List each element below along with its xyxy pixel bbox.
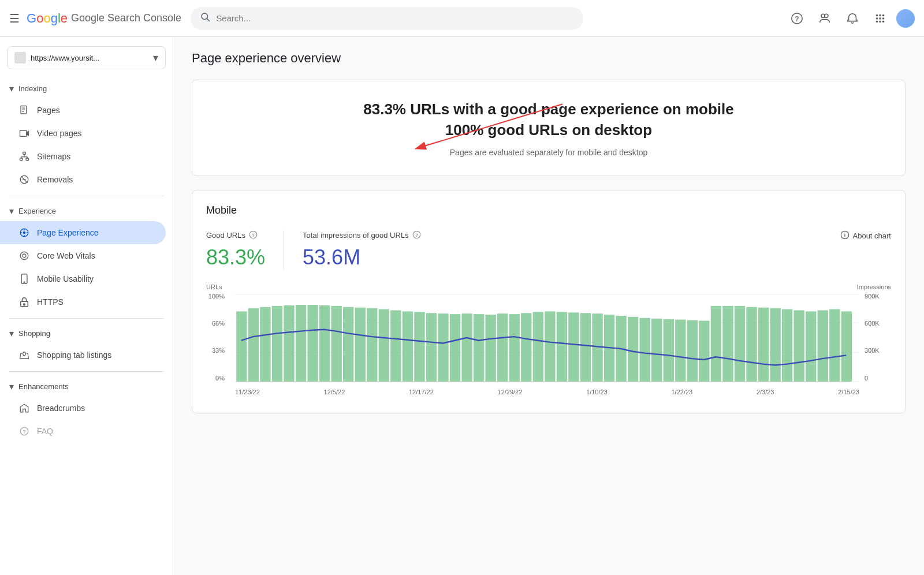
svg-rect-81 [533, 312, 543, 382]
indexing-chevron-icon: ▾ [9, 83, 14, 94]
sidebar-item-pages[interactable]: Pages [0, 99, 166, 122]
chart-section-title: Mobile [206, 204, 891, 216]
y-label-left-0: 100% [206, 293, 225, 300]
sidebar-section-experience[interactable]: ▾ Experience [0, 201, 173, 221]
svg-point-9 [876, 17, 878, 20]
svg-rect-102 [782, 309, 792, 381]
avatar[interactable] [896, 9, 915, 28]
svg-rect-98 [735, 306, 745, 382]
svg-text:?: ? [795, 14, 799, 23]
notifications-button[interactable] [841, 7, 864, 30]
page-experience-label: Page Experience [37, 228, 99, 237]
url-selector[interactable]: https://www.yoursit... ▾ [7, 46, 166, 69]
search-input[interactable] [216, 13, 574, 23]
search-appearance-button[interactable] [813, 7, 836, 30]
svg-rect-97 [722, 306, 733, 382]
svg-text:?: ? [415, 232, 418, 237]
svg-point-14 [882, 20, 885, 23]
svg-rect-75 [461, 313, 472, 382]
svg-rect-57 [248, 308, 259, 381]
x-label-5: 1/22/23 [671, 389, 692, 395]
svg-rect-80 [521, 313, 531, 382]
sidebar-item-breadcrumbs[interactable]: Breadcrumbs [0, 397, 166, 420]
svg-rect-22 [20, 158, 23, 160]
sidebar-item-shopping-tab[interactable]: Shopping tab listings [0, 343, 166, 367]
chart-svg-container [235, 294, 859, 382]
total-impressions-help-icon[interactable]: ? [412, 230, 421, 241]
svg-rect-72 [426, 313, 437, 382]
sidebar-section-shopping[interactable]: ▾ Shopping [0, 323, 173, 343]
svg-rect-71 [414, 312, 424, 382]
svg-rect-60 [284, 305, 294, 382]
svg-rect-66 [355, 308, 366, 382]
sidebar-item-removals[interactable]: Removals [0, 168, 166, 191]
main-content: Page experience overview 83.3% URLs with… [173, 37, 924, 575]
sidebar-section-indexing[interactable]: ▾ Indexing [0, 79, 173, 99]
pages-label: Pages [37, 106, 60, 115]
sidebar-item-page-experience[interactable]: Page Experience [0, 221, 166, 244]
svg-rect-64 [331, 306, 341, 382]
site-favicon [14, 52, 26, 64]
app-name: Google Search Console [71, 12, 181, 24]
url-chevron-icon: ▾ [153, 51, 158, 64]
svg-line-1 [207, 18, 210, 21]
divider-2 [9, 318, 163, 319]
divider-1 [9, 196, 163, 196]
svg-rect-104 [806, 311, 816, 382]
video-pages-label: Video pages [37, 129, 82, 138]
core-web-vitals-icon [18, 250, 30, 262]
svg-point-6 [876, 14, 878, 16]
metrics-row: Good URLs ? 83.3% Total impressions of g… [206, 230, 891, 270]
about-chart-button[interactable]: i About chart [840, 230, 892, 241]
help-button[interactable]: ? [785, 7, 808, 30]
svg-rect-56 [236, 311, 247, 382]
y-label-right-2: 300K [865, 347, 891, 354]
svg-rect-83 [557, 312, 567, 382]
svg-point-12 [876, 20, 878, 23]
sidebar-item-https[interactable]: HTTPS [0, 290, 166, 313]
svg-rect-86 [592, 313, 602, 382]
svg-rect-92 [664, 319, 674, 381]
apps-button[interactable] [869, 7, 892, 30]
svg-rect-84 [568, 312, 579, 382]
total-impressions-metric: Total impressions of good URLs ? 53.6M [284, 230, 439, 270]
svg-rect-73 [438, 313, 448, 382]
sidebar-item-mobile-usability[interactable]: Mobile Usability [0, 267, 166, 290]
search-icon [200, 12, 210, 25]
svg-rect-107 [841, 311, 852, 382]
chart-svg [235, 294, 859, 382]
svg-point-31 [23, 232, 26, 234]
site-url: https://www.yoursit... [31, 54, 148, 62]
good-urls-help-icon[interactable]: ? [249, 230, 258, 241]
sidebar-section-enhancements[interactable]: ▾ Enhancements [0, 376, 173, 397]
total-impressions-label-row: Total impressions of good URLs ? [303, 230, 421, 241]
video-pages-icon [18, 128, 30, 139]
svg-rect-100 [758, 308, 769, 382]
breadcrumbs-icon [18, 402, 30, 414]
svg-rect-67 [367, 308, 377, 381]
search-bar[interactable] [191, 7, 583, 30]
svg-rect-59 [272, 306, 282, 382]
svg-rect-58 [260, 307, 270, 382]
nav-right-actions: ? [785, 7, 915, 30]
app-layout: https://www.yoursit... ▾ ▾ Indexing Page… [0, 37, 924, 575]
removals-label: Removals [37, 175, 73, 184]
removals-icon [18, 174, 30, 185]
y-axis-title-left: URLs [206, 283, 222, 290]
sitemaps-icon [18, 151, 30, 162]
hamburger-menu[interactable]: ☰ [9, 12, 20, 25]
svg-rect-21 [23, 152, 26, 155]
logo-text: Google [27, 11, 68, 26]
sidebar: https://www.yoursit... ▾ ▾ Indexing Page… [0, 37, 173, 575]
y-label-right-1: 600K [865, 320, 891, 327]
chart-card: Mobile Good URLs ? 83.3% [192, 190, 906, 413]
sidebar-item-core-web-vitals[interactable]: Core Web Vitals [0, 244, 166, 267]
svg-rect-89 [628, 317, 638, 382]
y-axis-title-right: Impressions [857, 283, 891, 290]
sidebar-item-video-pages[interactable]: Video pages [0, 122, 166, 145]
chart-area: URLs Impressions 100% 66% 33% 0% 900K 60… [206, 283, 891, 399]
svg-rect-79 [509, 314, 520, 382]
https-label: HTTPS [37, 297, 64, 307]
sidebar-item-sitemaps[interactable]: Sitemaps [0, 145, 166, 168]
sidebar-item-faq[interactable]: ? FAQ [0, 420, 166, 443]
